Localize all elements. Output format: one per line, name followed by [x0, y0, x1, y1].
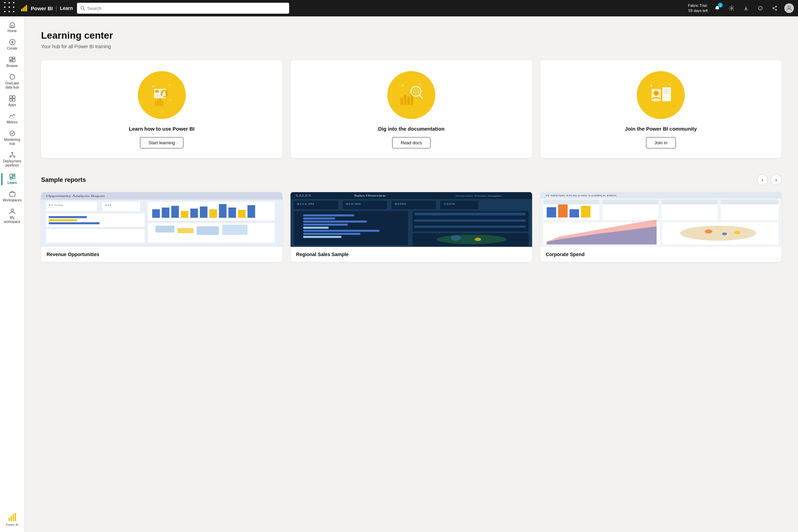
- svg-point-165: [734, 231, 741, 234]
- svg-rect-137: [414, 216, 526, 218]
- svg-line-13: [774, 9, 776, 10]
- svg-rect-138: [414, 220, 526, 222]
- sidebar: Home Create: [0, 16, 25, 532]
- sidebar-item-myworkspace[interactable]: My workspace: [1, 206, 23, 226]
- svg-rect-97: [200, 207, 207, 218]
- browse-icon: [9, 56, 16, 63]
- onelake-icon: [9, 74, 16, 80]
- powerbi-logo-label: Power BI: [6, 523, 18, 527]
- sidebar-label-deployment: Deployment pipelines: [3, 159, 22, 168]
- sidebar-item-monitoring-wrap: Monitoring hub: [1, 128, 23, 148]
- learning-cards: ✦ ✦ ✦ Learn how to use Power BI Start le…: [41, 60, 782, 158]
- svg-rect-66: [404, 95, 406, 105]
- report-thumb-revenue: Opportunity Analysis Report $1.97bn 444: [41, 192, 282, 247]
- svg-rect-101: [238, 210, 245, 218]
- read-docs-button[interactable]: Read docs: [392, 137, 430, 148]
- sidebar-item-deployment-wrap: Deployment pipelines: [1, 149, 23, 170]
- help-button[interactable]: ?: [756, 3, 765, 13]
- svg-text:$19.9M: $19.9M: [346, 203, 361, 205]
- svg-text:444: 444: [105, 204, 112, 206]
- svg-rect-36: [10, 174, 12, 177]
- svg-point-144: [475, 238, 481, 241]
- svg-rect-92: [152, 209, 160, 218]
- sidebar-label-myworkspace: My workspace: [3, 216, 22, 224]
- svg-point-164: [722, 232, 727, 235]
- prev-arrow[interactable]: ‹: [757, 174, 768, 185]
- join-in-button[interactable]: Join in: [646, 137, 676, 148]
- svg-rect-37: [13, 174, 15, 175]
- svg-rect-0: [21, 9, 23, 11]
- fabric-trial-label: Fabric Trial: 59 days left: [688, 3, 708, 14]
- notification-button[interactable]: 1: [712, 3, 722, 13]
- svg-rect-155: [721, 200, 778, 204]
- monitoring-icon: [9, 130, 16, 137]
- next-arrow[interactable]: ›: [771, 174, 782, 185]
- sample-reports-header: Sample reports ‹ ›: [41, 174, 782, 185]
- svg-text:✦: ✦: [168, 83, 170, 87]
- sidebar-item-home[interactable]: Home: [1, 19, 23, 35]
- user-avatar[interactable]: [784, 3, 794, 13]
- sidebar-item-apps[interactable]: Apps: [1, 93, 23, 109]
- report-card-regional[interactable]: SALES Sales Overview Overview Trends Ins…: [291, 192, 532, 262]
- svg-text:$1.97bn: $1.97bn: [49, 204, 63, 206]
- sidebar-item-monitoring[interactable]: Monitoring hub: [1, 128, 23, 148]
- start-learning-button[interactable]: Start learning: [140, 137, 183, 148]
- svg-rect-2: [24, 6, 26, 12]
- page-subtitle: Your hub for all Power BI training: [41, 44, 782, 49]
- sidebar-item-metrics[interactable]: Metrics: [1, 110, 23, 127]
- report-card-revenue[interactable]: Opportunity Analysis Report $1.97bn 444: [41, 192, 282, 262]
- svg-rect-158: [569, 209, 579, 217]
- share-button[interactable]: [770, 3, 780, 13]
- svg-rect-53: [155, 96, 161, 97]
- svg-text:✦: ✦: [401, 84, 404, 87]
- svg-text:131%: 131%: [444, 203, 455, 205]
- svg-line-34: [10, 155, 12, 156]
- user-icon: [786, 5, 792, 11]
- waffle-menu[interactable]: [4, 2, 16, 14]
- svg-rect-102: [247, 205, 255, 218]
- sidebar-item-learn-wrap: Learn: [1, 171, 23, 187]
- sidebar-item-deployment[interactable]: Deployment pipelines: [1, 149, 23, 170]
- settings-button[interactable]: [727, 3, 736, 13]
- main-layout: Home Create: [0, 16, 798, 532]
- svg-text:Overview  Trends  Insights: Overview Trends Insights: [456, 195, 502, 197]
- sidebar-label-apps: Apps: [8, 103, 16, 107]
- svg-rect-106: [49, 222, 99, 224]
- sidebar-item-workspaces[interactable]: Workspaces: [1, 188, 23, 204]
- svg-rect-40: [10, 192, 15, 196]
- learn-illustration: ✦ ✦ ✦: [146, 80, 177, 110]
- learning-card-title-1: Dig into the documentation: [378, 126, 445, 132]
- svg-rect-77: [664, 89, 670, 90]
- download-button[interactable]: [741, 3, 751, 13]
- report-cards: Opportunity Analysis Report $1.97bn 444: [41, 192, 782, 262]
- svg-rect-19: [10, 57, 12, 60]
- svg-rect-25: [13, 96, 15, 98]
- sidebar-item-myworkspace-wrap: My workspace: [1, 206, 23, 226]
- svg-rect-87: [46, 202, 97, 211]
- sidebar-label-browse: Browse: [7, 64, 18, 68]
- svg-rect-139: [414, 223, 526, 225]
- svg-rect-78: [664, 91, 669, 92]
- svg-rect-153: [661, 200, 717, 204]
- sidebar-item-browse-wrap: Browse: [1, 54, 23, 70]
- svg-rect-48: [155, 90, 159, 93]
- report-card-corporate[interactable]: IT SPEND ANALYSIS SAMPLE.PBIX: [540, 192, 782, 262]
- share-icon: [772, 5, 777, 11]
- search-box[interactable]: [77, 3, 289, 14]
- sidebar-item-create[interactable]: Create: [1, 37, 23, 53]
- search-input[interactable]: [87, 6, 286, 11]
- topnav-learn-label[interactable]: Learn: [60, 5, 73, 11]
- card-illustration-documentation: ✦ ✦: [387, 71, 435, 119]
- sidebar-item-browse[interactable]: Browse: [1, 54, 23, 70]
- svg-rect-131: [303, 227, 329, 229]
- sidebar-item-onelake[interactable]: OneLake data hub: [1, 71, 23, 92]
- sidebar-item-apps-wrap: Apps: [1, 93, 23, 109]
- svg-rect-127: [303, 214, 354, 216]
- svg-text:✦: ✦: [169, 99, 171, 101]
- svg-point-162: [680, 226, 756, 241]
- svg-rect-43: [11, 516, 12, 521]
- sidebar-label-workspaces: Workspaces: [3, 198, 22, 202]
- svg-rect-98: [209, 209, 217, 218]
- svg-rect-104: [49, 216, 87, 218]
- sidebar-item-learn[interactable]: Learn: [1, 171, 23, 187]
